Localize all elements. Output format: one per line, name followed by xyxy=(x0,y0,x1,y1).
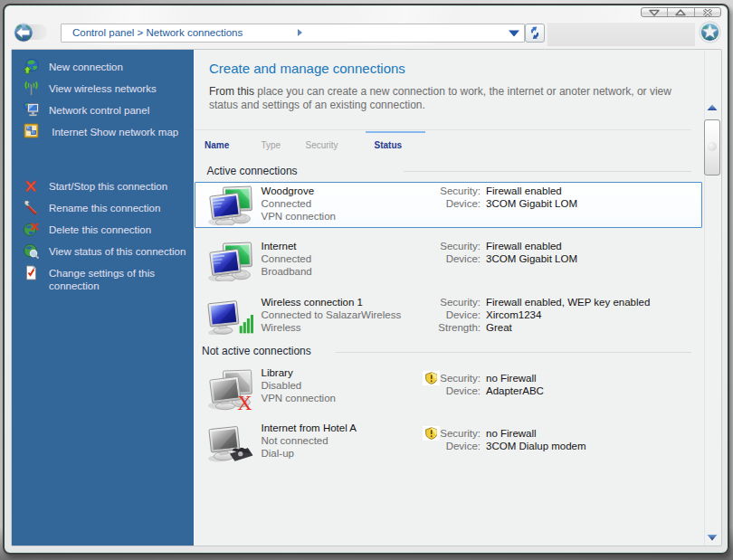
svg-text:X: X xyxy=(237,392,252,413)
